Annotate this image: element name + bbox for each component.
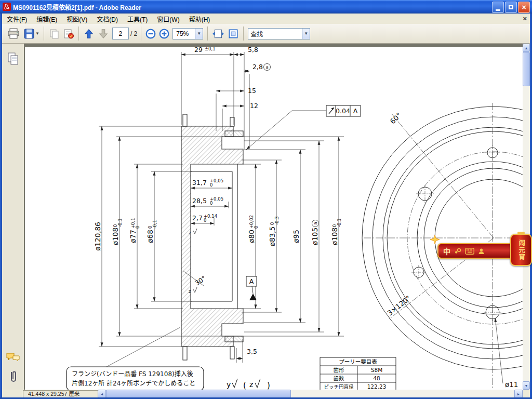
copy-button-disabled[interactable] [47, 27, 61, 41]
svg-text:±0,1: ±0,1 [205, 47, 216, 51]
svg-text:ø105: ø105 [311, 228, 319, 245]
svg-text:歯数: 歯数 [334, 375, 344, 381]
svg-text:-0,1: -0,1 [337, 218, 342, 227]
menu-window[interactable]: 窗口(W) [152, 14, 184, 24]
save-icon [23, 28, 35, 39]
close-icon: × [522, 4, 526, 11]
fit-page-button[interactable] [226, 28, 241, 40]
chevron-down-icon: ▼ [35, 31, 39, 36]
svg-text:ø108: ø108 [330, 228, 339, 245]
menu-view[interactable]: 视图(V) [62, 14, 92, 24]
comments-panel-button[interactable] [4, 351, 22, 364]
punctuation-icon[interactable] [454, 247, 461, 255]
ime-status-bar[interactable]: 中 [437, 243, 517, 259]
scroll-right-button[interactable]: ► [514, 390, 523, 398]
svg-text:0: 0 [254, 226, 259, 229]
keyboard-icon[interactable] [465, 248, 474, 255]
svg-text:z: z [189, 230, 191, 235]
pages-panel-button[interactable] [5, 51, 21, 66]
fit-width-button[interactable] [210, 28, 226, 40]
ime-language-toggle[interactable]: 中 [443, 246, 450, 256]
next-page-button-disabled[interactable] [96, 27, 111, 41]
horizontal-scrollbar[interactable] [106, 390, 514, 398]
svg-text:0: 0 [204, 218, 206, 223]
svg-text:ø80: ø80 [247, 230, 256, 243]
drawing-canvas: ø120,86 ø108 0 -0,1 ø77 +0,1 0 ø68 0 -0,… [25, 47, 523, 390]
dim-label-dia12086: ø120,86 [94, 222, 102, 251]
svg-text:48: 48 [373, 375, 380, 381]
fit-width-icon [212, 29, 224, 39]
stamp-icon [63, 28, 74, 39]
paperclip-icon [8, 370, 18, 383]
svg-text:ピッチ円直径: ピッチ円直径 [324, 384, 354, 390]
previous-page-button[interactable] [82, 27, 96, 41]
lantern-decoration: 闹元宵 [510, 234, 532, 266]
vertical-scrollbar[interactable]: ▲ ▼ [523, 44, 530, 390]
tolerance-frame: 0.04 A [246, 105, 361, 150]
minimize-icon [496, 9, 500, 11]
dim-label-60deg: 60° [388, 111, 403, 125]
copy-icon [48, 28, 60, 39]
adobe-reader-window: MS0901162見積依頼2[1].pdf - Adobe Reader × 文… [0, 0, 532, 399]
strip-bottom [4, 351, 22, 384]
vertical-scroll-thumb[interactable] [523, 52, 530, 86]
svg-text:-0,3: -0,3 [274, 216, 280, 225]
find-box[interactable]: ▼ [248, 28, 310, 39]
zoom-level-select[interactable]: 75% ▼ [172, 28, 203, 39]
scroll-down-button[interactable]: ▼ [523, 381, 530, 390]
menu-edit[interactable]: 编辑(E) [32, 14, 62, 24]
scroll-left-button[interactable]: ◄ [98, 390, 106, 398]
menu-help[interactable]: 帮助(H) [184, 14, 215, 24]
close-button[interactable]: × [518, 2, 530, 13]
horizontal-scroll-thumb[interactable] [106, 390, 291, 398]
document-close-icon[interactable]: × [523, 15, 527, 22]
svg-text:122.23: 122.23 [367, 383, 387, 390]
statusbar: 41.448 x 29.257 厘米 ◄ ► [2, 390, 530, 398]
scroll-up-button[interactable]: ▲ [523, 44, 530, 52]
user-icon[interactable] [478, 248, 485, 255]
svg-text:ø95: ø95 [292, 230, 300, 243]
restore-button[interactable] [505, 2, 517, 13]
window-title: MS0901162見積依頼2[1].pdf - Adobe Reader [13, 3, 141, 11]
minimize-button[interactable] [492, 2, 504, 13]
attachments-panel-button[interactable] [7, 369, 19, 384]
find-input[interactable] [248, 30, 302, 37]
arrow-down-icon: ▼ [525, 384, 528, 388]
menu-document[interactable]: 文档(D) [92, 14, 123, 24]
toolbar-separator [78, 26, 79, 41]
document-area[interactable]: ø120,86 ø108 0 -0,1 ø77 +0,1 0 ø68 0 -0,… [24, 44, 523, 390]
chevron-down-icon[interactable]: ▼ [195, 29, 203, 39]
svg-text:60°: 60° [388, 111, 403, 125]
stamp-tool-button[interactable] [61, 27, 76, 41]
svg-text:ø77: ø77 [129, 230, 137, 243]
arrow-down-icon [98, 28, 109, 39]
spec-table: プーリー要目表 歯形 S8M 歯数 48 ピッチ円直径 122.23 [320, 357, 396, 390]
chevron-down-icon[interactable]: ▼ [302, 29, 310, 39]
svg-text:): ) [267, 381, 270, 390]
svg-text:31,7: 31,7 [192, 179, 207, 187]
svg-text:(: ( [243, 381, 246, 390]
save-copy-button[interactable]: ▼ [22, 27, 41, 41]
toolbar-separator [207, 26, 208, 41]
menu-file[interactable]: 文件(F) [2, 14, 32, 24]
arrow-up-icon [83, 28, 95, 39]
dim-label-15: 15 [248, 87, 256, 95]
svg-text:2,8: 2,8 [252, 63, 263, 71]
titlebar[interactable]: MS0901162見積依頼2[1].pdf - Adobe Reader × [0, 0, 532, 14]
dim-label-dia95: ø95 [292, 230, 300, 243]
dim-label-58: 5,8 [248, 47, 258, 54]
ime-toolbar[interactable]: 中 闹元宵 [430, 234, 532, 268]
zoom-out-button[interactable] [144, 28, 157, 40]
toolbar: ▼ / 2 [2, 24, 530, 44]
zoom-in-button[interactable] [157, 28, 171, 40]
svg-text:ø108: ø108 [111, 228, 119, 245]
menu-tools[interactable]: 工具(T) [123, 14, 152, 24]
svg-text:29: 29 [194, 47, 203, 54]
page-size-indicator: 41.448 x 29.257 厘米 [23, 390, 105, 398]
print-button[interactable] [5, 26, 22, 41]
dim-label-dia80: ø80 +0,02 0 [247, 215, 259, 243]
datum-a: A [246, 276, 257, 300]
page-number-input[interactable] [112, 28, 129, 39]
svg-text:-0,1: -0,1 [152, 220, 157, 229]
svg-text:-0,1: -0,1 [117, 218, 123, 227]
